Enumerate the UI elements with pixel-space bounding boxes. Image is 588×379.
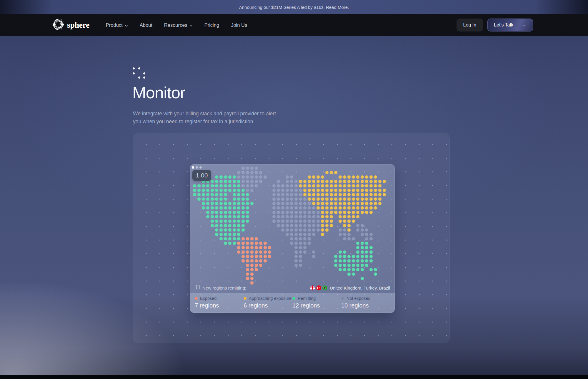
nav-item-resources[interactable]: Resources: [164, 22, 193, 28]
map-dot: [264, 259, 267, 262]
map-dot: [334, 189, 337, 192]
map-dot: [277, 189, 280, 192]
nav-item-product[interactable]: Product: [106, 22, 128, 28]
map-dot: [321, 189, 324, 192]
map-dot: [312, 202, 315, 205]
map-dot: [211, 206, 214, 210]
tooltip-value: 1.00: [196, 172, 208, 179]
map-dot: [352, 189, 355, 192]
map-dot: [237, 233, 240, 236]
map-dot: [369, 255, 373, 258]
map-dot: [334, 206, 337, 210]
map-dot: [290, 175, 293, 179]
map-dot: [206, 189, 209, 192]
map-dot: [343, 206, 346, 210]
map-dot: [272, 206, 276, 210]
regions-text: United Kingdom, Turkey, Brazil: [330, 285, 390, 290]
map-dot: [237, 228, 240, 232]
map-dot: [303, 211, 307, 214]
legend-value: 10 regions: [341, 302, 390, 309]
map-dot: [241, 167, 245, 170]
map-dot: [352, 255, 355, 258]
map-icon: [195, 285, 200, 291]
map-dot: [290, 206, 293, 210]
map-dot: [219, 202, 223, 205]
map-dot: [334, 184, 337, 187]
login-button[interactable]: Log In: [457, 19, 483, 31]
map-dot: [308, 237, 311, 240]
map-dot: [365, 180, 368, 183]
map-dot: [241, 224, 245, 227]
map-dot: [259, 180, 262, 183]
map-dot: [356, 255, 359, 258]
map-dot: [228, 184, 231, 187]
map-dot: [294, 237, 298, 240]
map-dot: [299, 189, 302, 192]
map-dot: [193, 184, 196, 187]
map-dot: [290, 220, 293, 223]
map-dot: [361, 189, 364, 192]
nav-item-pricing[interactable]: Pricing: [204, 22, 219, 28]
announcement-link[interactable]: Announcing our $21M Series A led by a16z…: [239, 5, 349, 10]
map-dot: [325, 189, 329, 192]
map-dot: [317, 224, 320, 227]
map-dot: [334, 180, 337, 183]
map-dot: [339, 197, 342, 201]
map-dot: [343, 233, 346, 236]
description-line-2: you when you need to register for tax in…: [133, 118, 276, 126]
map-dot: [215, 224, 218, 227]
map-dot: [255, 255, 258, 258]
map-dot: [361, 180, 364, 183]
map-dot: [272, 220, 276, 223]
map-dot: [294, 220, 298, 223]
map-dot: [347, 259, 351, 262]
map-dot: [361, 233, 364, 236]
map-dot: [374, 193, 377, 196]
legend-label: Approaching exposure: [249, 296, 291, 301]
map-dot: [246, 277, 249, 280]
map-dot: [325, 202, 329, 205]
description-line-1: We integrate with your billing stack and…: [133, 110, 276, 118]
map-dot: [290, 233, 293, 236]
brand-wordmark: sphere: [67, 20, 89, 30]
map-dot: [303, 189, 307, 192]
map-dot: [330, 215, 333, 218]
map-dot: [211, 197, 214, 201]
map-dot: [365, 206, 368, 210]
map-dot: [241, 220, 245, 223]
card-footer: New regions remitting: United Kingdom, T…: [190, 283, 395, 293]
map-dot: [303, 224, 307, 227]
lets-talk-button[interactable]: Let's Talk →: [487, 19, 533, 31]
map-dot: [347, 224, 351, 227]
nav-item-join-us[interactable]: Join Us: [231, 22, 247, 28]
map-dot: [317, 189, 320, 192]
map-dot: [255, 180, 258, 183]
map-dot: [317, 211, 320, 214]
map-dot: [224, 242, 227, 245]
map-dot: [347, 233, 351, 236]
map-dot: [321, 211, 324, 214]
map-dot: [241, 237, 245, 240]
map-dot: [246, 211, 249, 214]
map-dot: [343, 268, 346, 271]
map-dot: [339, 264, 342, 267]
map-dot: [224, 180, 227, 183]
map-dot: [321, 233, 324, 236]
map-dot: [237, 189, 240, 192]
map-dot: [281, 206, 284, 210]
sphere-logo[interactable]: sphere: [52, 18, 89, 32]
map-dot: [233, 215, 236, 218]
map-dot: [312, 189, 315, 192]
map-dot: [228, 175, 231, 179]
map-dot: [250, 264, 254, 267]
remitting-regions: United Kingdom, Turkey, Brazil: [310, 285, 390, 290]
map-dot: [255, 237, 258, 240]
map-dot: [246, 242, 249, 245]
hero-dot: [133, 72, 135, 74]
nav-item-about[interactable]: About: [140, 22, 152, 28]
map-dot: [241, 255, 245, 258]
map-dot: [241, 184, 245, 187]
map-dot: [241, 189, 245, 192]
map-dot: [224, 215, 227, 218]
map-dot: [202, 206, 205, 210]
